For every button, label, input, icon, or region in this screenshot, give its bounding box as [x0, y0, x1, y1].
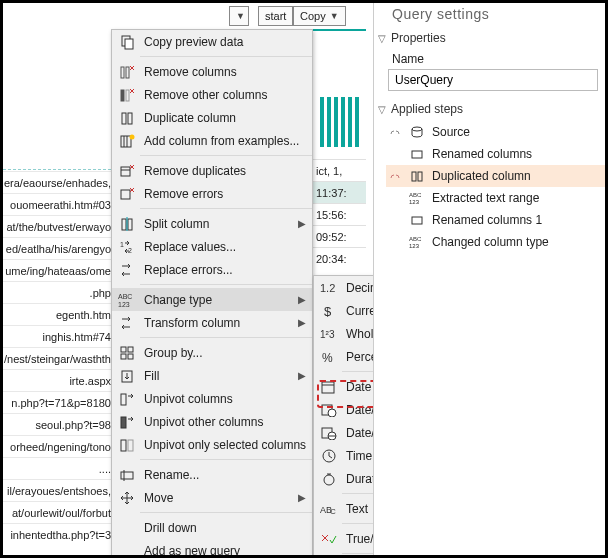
type-dropdown[interactable]: ▼ [229, 6, 249, 26]
mi-unpivot-other[interactable]: Unpivot other columns [112, 410, 312, 433]
svg-rect-20 [121, 190, 130, 199]
data-cell: at/ourlewit/oul/forbut [3, 501, 111, 523]
data-cell: .... [3, 457, 111, 479]
svg-text:ABC: ABC [118, 293, 132, 300]
copy-button[interactable]: Copy ▼ [293, 6, 346, 26]
mi-add-from-examples[interactable]: Add column from examples... [112, 129, 312, 152]
mi-move[interactable]: Move▶ [112, 486, 312, 509]
svg-point-15 [130, 134, 135, 139]
svg-rect-67 [418, 172, 422, 181]
add-column-icon [118, 132, 136, 150]
svg-rect-12 [121, 136, 131, 147]
replace-icon: 12 [118, 238, 136, 256]
mi-rename[interactable]: Rename... [112, 463, 312, 486]
copy-label: Copy [300, 10, 326, 22]
query-name-input[interactable] [388, 69, 598, 91]
copy-icon [118, 33, 136, 51]
svg-text:1²3: 1²3 [320, 329, 335, 340]
chevron-down-icon: ▽ [378, 33, 386, 44]
svg-rect-11 [128, 113, 132, 124]
svg-rect-70 [412, 217, 422, 224]
svg-rect-3 [126, 67, 129, 78]
abc123-icon: ABC123 [118, 291, 136, 309]
truefalse-icon [320, 530, 338, 548]
svg-rect-1 [125, 39, 133, 49]
svg-text:ABC: ABC [409, 236, 422, 242]
mi-fill[interactable]: Fill▶ [112, 364, 312, 387]
mi-replace-values[interactable]: 12Replace values... [112, 235, 312, 258]
submenu-arrow-icon: ▶ [298, 317, 312, 328]
decimal-icon: 1.2 [320, 279, 338, 297]
mi-remove-err[interactable]: Remove errors [112, 182, 312, 205]
svg-rect-37 [121, 440, 126, 451]
link-icon [388, 167, 402, 185]
data-cell: at/the/butvest/erwayo [3, 215, 111, 237]
mi-transform[interactable]: Transform column▶ [112, 311, 312, 334]
svg-text:123: 123 [409, 243, 420, 249]
mi-duplicate[interactable]: Duplicate column [112, 106, 312, 129]
mi-drill[interactable]: Drill down [112, 516, 312, 539]
chevron-down-icon: ▼ [330, 11, 339, 21]
svg-rect-36 [121, 417, 126, 428]
unpivot-icon [118, 390, 136, 408]
mi-unpivot-sel[interactable]: Unpivot only selected columns [112, 433, 312, 456]
step-duplicated[interactable]: Duplicated column [386, 165, 605, 187]
mi-replace-errors[interactable]: Replace errors... [112, 258, 312, 281]
group-icon [118, 344, 136, 362]
col-header: ict, 1, [313, 159, 366, 181]
preview-column: 100% 0% 0% ict, 1, 11:37: 15:56: 09:52: … [313, 29, 366, 269]
svg-rect-6 [121, 90, 124, 101]
pct-icon: % [320, 348, 338, 366]
svg-rect-65 [412, 151, 422, 158]
step-renamed2[interactable]: Renamed columns 1 [386, 209, 605, 231]
svg-text:1: 1 [120, 241, 124, 248]
step-extracted[interactable]: ABC123Extracted text range [386, 187, 605, 209]
svg-rect-24 [128, 219, 132, 230]
move-icon [118, 489, 136, 507]
step-changed-type[interactable]: ABC123Changed column type [386, 231, 605, 253]
chevron-down-icon: ▼ [236, 11, 245, 21]
svg-rect-33 [128, 354, 133, 359]
step-source[interactable]: Source [386, 121, 605, 143]
unpivot-sel-icon [118, 436, 136, 454]
svg-text:ABC: ABC [409, 192, 422, 198]
svg-text:1.2: 1.2 [320, 282, 335, 294]
remove-column-icon [118, 63, 136, 81]
svg-line-54 [329, 456, 332, 458]
remove-dup-icon [118, 162, 136, 180]
data-cell: 15:56: [313, 203, 366, 225]
mi-split[interactable]: Split column▶ [112, 212, 312, 235]
data-cell: ume/ing/hateaas/ome [3, 259, 111, 281]
mi-group-by[interactable]: Group by... [112, 341, 312, 364]
text-icon: ABC [320, 500, 338, 518]
properties-header[interactable]: ▽Properties [374, 28, 605, 48]
data-cell: 20:34: [313, 247, 366, 269]
mi-remove-dup[interactable]: Remove duplicates [112, 159, 312, 182]
source-icon [408, 123, 426, 141]
mi-change-type[interactable]: ABC123Change type▶ [112, 288, 312, 311]
svg-rect-45 [322, 382, 334, 393]
mi-copy-preview[interactable]: Copy preview data [112, 30, 312, 53]
svg-rect-38 [128, 440, 133, 451]
applied-steps-header[interactable]: ▽Applied steps [374, 99, 605, 119]
time-icon [320, 447, 338, 465]
replace-err-icon [118, 261, 136, 279]
start-label: start [265, 10, 286, 22]
whole-icon: 1²3 [320, 325, 338, 343]
mi-add-query[interactable]: Add as new query [112, 539, 312, 558]
data-cell: inghis.htm#74 [3, 325, 111, 347]
mi-unpivot[interactable]: Unpivot columns [112, 387, 312, 410]
mi-remove-columns[interactable]: Remove columns [112, 60, 312, 83]
svg-point-64 [412, 127, 422, 131]
svg-rect-2 [121, 67, 124, 78]
svg-rect-7 [126, 90, 129, 101]
start-button[interactable]: start [258, 6, 293, 26]
remove-err-icon [118, 185, 136, 203]
step-renamed[interactable]: Renamed columns [386, 143, 605, 165]
svg-rect-66 [412, 172, 416, 181]
link-icon [388, 123, 402, 141]
data-cell: /nest/steingar/wasthth [3, 347, 111, 369]
svg-rect-31 [128, 347, 133, 352]
svg-point-55 [324, 475, 334, 485]
mi-remove-other[interactable]: Remove other columns [112, 83, 312, 106]
